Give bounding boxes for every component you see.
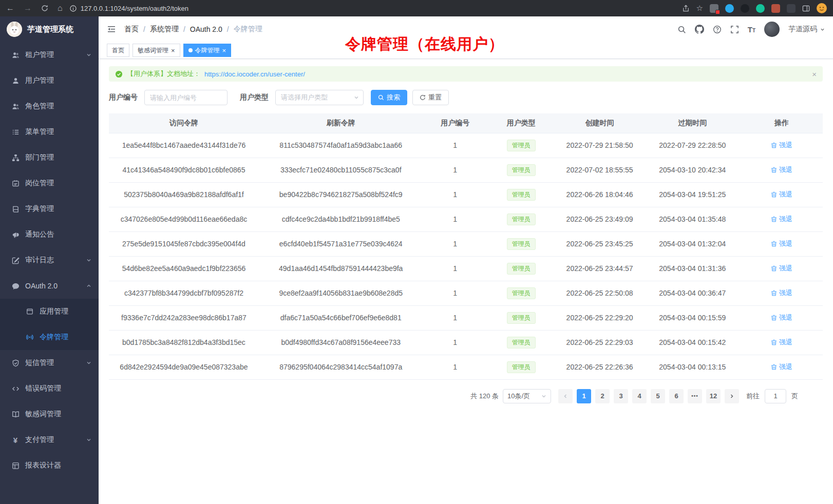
share-icon[interactable] (682, 5, 690, 12)
sidebar-item-sensitive-word[interactable]: 敏感词管理 (0, 401, 99, 427)
force-logout-button[interactable]: 强退 (771, 313, 792, 322)
font-size-icon[interactable]: TT (748, 25, 755, 34)
app-logo[interactable]: 芋道管理系统 (0, 16, 99, 42)
back-button[interactable]: ← (6, 4, 14, 12)
sidebar-item-oauth2-token[interactable]: 令牌管理 (0, 324, 99, 350)
sidebar-item-menu[interactable]: 菜单管理 (0, 119, 99, 145)
tab-sensitive-word[interactable]: 敏感词管理× (132, 44, 180, 57)
close-icon[interactable]: × (222, 47, 226, 54)
trash-icon (771, 142, 777, 148)
doc-link[interactable]: https://doc.iocoder.cn/user-center/ (204, 70, 305, 78)
goto-unit-label: 页 (791, 392, 798, 401)
code-icon (11, 385, 20, 393)
bookmark-star-icon[interactable]: ☆ (696, 4, 703, 13)
extension-icon-6[interactable] (787, 4, 796, 13)
username[interactable]: 芋道源码 (788, 25, 825, 34)
sidebar-item-role[interactable]: 角色管理 (0, 93, 99, 119)
page-button-2[interactable]: 2 (595, 389, 610, 403)
fullscreen-icon[interactable] (730, 25, 739, 34)
main-area: 首页 / 系统管理 / OAuth 2.0 / 令牌管理 TT 芋道源码 首页 … (99, 16, 833, 504)
address-bar[interactable]: 127.0.0.1:1024/system/oauth2/token (70, 5, 675, 12)
user-avatar[interactable] (764, 22, 780, 37)
force-logout-button[interactable]: 强退 (771, 239, 792, 248)
reset-button[interactable]: 重置 (412, 90, 449, 105)
forward-button[interactable]: → (24, 4, 32, 12)
breadcrumb-oauth2[interactable]: OAuth 2.0 (190, 25, 222, 33)
col-refresh-token: 刷新令牌 (259, 113, 423, 133)
page-button-6[interactable]: 6 (669, 389, 684, 403)
sidebar-item-tenant[interactable]: 租户管理 (0, 42, 99, 68)
user-type-tag: 管理员 (507, 287, 536, 299)
tab-token[interactable]: 令牌管理× (183, 44, 232, 57)
chevron-down-icon (820, 27, 825, 32)
tab-home[interactable]: 首页 (107, 44, 129, 57)
breadcrumb-home[interactable]: 首页 (124, 25, 139, 34)
search-button[interactable]: 搜索 (371, 90, 407, 105)
alert-text: 【用户体系】文档地址： (127, 69, 200, 79)
collapse-sidebar-icon[interactable] (107, 25, 116, 34)
extension-icon-2[interactable] (725, 4, 734, 13)
more-pages-button[interactable]: ••• (688, 389, 702, 403)
sidebar-item-notice[interactable]: 通知公告 (0, 222, 99, 247)
force-logout-button[interactable]: 强退 (771, 362, 792, 372)
user-type-tag: 管理员 (507, 263, 536, 275)
reload-button[interactable] (41, 5, 48, 12)
page-button-5[interactable]: 5 (651, 389, 665, 403)
search-icon (378, 94, 384, 101)
extension-icon-3[interactable] (741, 4, 749, 13)
force-logout-button[interactable]: 强退 (771, 288, 792, 298)
user-id-input[interactable] (144, 90, 228, 105)
extension-icon-5[interactable] (771, 4, 780, 13)
extension-icon-1[interactable] (710, 4, 718, 13)
chevron-down-icon (354, 95, 359, 100)
help-icon[interactable] (713, 25, 722, 34)
alert-close-icon[interactable]: × (812, 70, 817, 79)
force-logout-button[interactable]: 强退 (771, 215, 792, 224)
home-button[interactable]: ⌂ (58, 4, 63, 12)
page-button-4[interactable]: 4 (632, 389, 647, 403)
breadcrumb-system[interactable]: 系统管理 (150, 25, 179, 34)
megaphone-icon (11, 231, 20, 239)
sidebar-item-error-code[interactable]: 错误码管理 (0, 376, 99, 401)
page-button-1[interactable]: 1 (577, 389, 591, 403)
sidebar-item-post[interactable]: 岗位管理 (0, 170, 99, 196)
force-logout-button[interactable]: 强退 (771, 338, 792, 347)
user-type-tag: 管理员 (507, 337, 536, 348)
trash-icon (771, 265, 777, 272)
table-row: 41c41346a548490f9dc8b01c6bfe0865333ecfc7… (109, 158, 823, 182)
sidebar-item-oauth2[interactable]: OAuth 2.0 (0, 273, 99, 299)
sidebar-item-dept[interactable]: 部门管理 (0, 145, 99, 170)
force-logout-button[interactable]: 强退 (771, 165, 792, 175)
next-page-button[interactable] (725, 389, 739, 403)
force-logout-button[interactable]: 强退 (771, 264, 792, 273)
chevron-down-icon (86, 52, 91, 57)
side-panel-icon[interactable] (802, 5, 810, 12)
github-icon[interactable] (695, 25, 704, 34)
force-logout-button[interactable]: 强退 (771, 190, 792, 199)
table-row: b0d1785bc3a8482f812db4a3f3bd15ecb0df4980… (109, 330, 823, 355)
prev-page-button[interactable] (558, 389, 573, 403)
sidebar-item-audit-log[interactable]: 审计日志 (0, 247, 99, 273)
extension-icon-4[interactable] (756, 4, 765, 13)
sidebar-item-oauth2-app[interactable]: 应用管理 (0, 299, 99, 324)
user-type-tag: 管理员 (507, 189, 536, 201)
table-row: 1ea5e44f8bc1467aaede43144f31de76811c5304… (109, 133, 823, 158)
site-info-icon[interactable] (70, 5, 77, 12)
user-type-select[interactable]: 请选择用户类型 (275, 90, 364, 105)
page-button-12[interactable]: 12 (706, 389, 721, 403)
col-expires: 过期时间 (644, 113, 741, 133)
profile-avatar[interactable] (817, 3, 827, 13)
page-button-3[interactable]: 3 (614, 389, 628, 403)
page-size-select[interactable]: 10条/页 (503, 389, 551, 403)
goto-page-input[interactable] (765, 389, 786, 403)
force-logout-button[interactable]: 强退 (771, 141, 792, 150)
sidebar-item-user[interactable]: 用户管理 (0, 68, 99, 93)
sidebar-item-report-designer[interactable]: 报表设计器 (0, 453, 99, 478)
doc-alert: 【用户体系】文档地址： https://doc.iocoder.cn/user-… (109, 66, 823, 82)
trash-icon (771, 339, 777, 345)
sidebar-item-dict[interactable]: 字典管理 (0, 196, 99, 222)
sidebar-item-pay[interactable]: ¥ 支付管理 (0, 427, 99, 453)
sidebar-item-sms[interactable]: 短信管理 (0, 350, 99, 376)
close-icon[interactable]: × (171, 47, 175, 54)
search-icon[interactable] (677, 25, 686, 34)
